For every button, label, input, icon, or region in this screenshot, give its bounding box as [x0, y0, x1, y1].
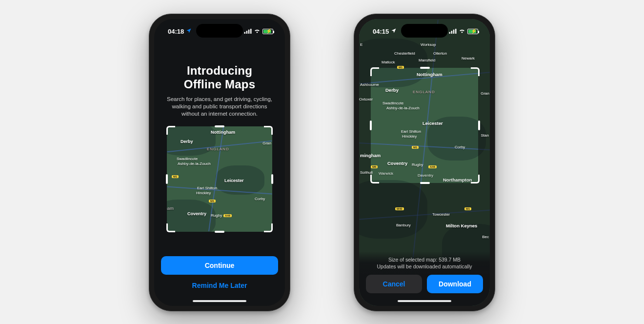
home-indicator[interactable] — [398, 300, 451, 302]
dynamic-island — [401, 24, 448, 38]
status-time: 04:15 — [373, 28, 389, 35]
svg-rect-7 — [455, 29, 457, 34]
map-place-ollerton: Ollerton — [433, 51, 447, 56]
home-indicator[interactable] — [193, 300, 246, 302]
map-place-rugby: Rugby — [211, 213, 222, 218]
svg-rect-0 — [244, 32, 246, 33]
map-place-mansfield: Mansfield — [419, 58, 435, 62]
map-place-warwick: Warwick — [379, 171, 393, 176]
footer-panel: Size of selected map: 539.7 MB Updates w… — [359, 251, 490, 306]
map-place-derby: Derby — [181, 139, 193, 144]
road-shield-p2d: A46 — [428, 165, 437, 168]
map-place-coventry2: Coventry — [387, 161, 407, 166]
map-preview: Derby Nottingham ENGLAND Swadlincote Ash… — [167, 126, 272, 232]
map-place-gran2: Gran — [481, 91, 489, 96]
updates-text: Updates will be downloaded automatically — [366, 263, 483, 270]
road-shield-m1a: M1 — [172, 175, 179, 178]
status-time: 04:18 — [168, 28, 184, 35]
road-shield-m1c: M1 — [464, 207, 471, 210]
map-place-earlshilton2: Earl Shilton — [401, 129, 421, 134]
map-place-bec: Bec — [482, 235, 489, 239]
map-place-northampton: Northampton — [443, 177, 472, 182]
intro-description: Search for places, and get driving, cycl… — [163, 96, 276, 118]
wifi-icon — [254, 28, 261, 35]
corner-handle-tr[interactable] — [471, 67, 480, 76]
map-place-mingham: mingham — [360, 153, 381, 158]
road-shield-p2b: M1 — [412, 146, 419, 149]
map-place-hinckley2: Hinckley — [402, 134, 417, 139]
cellular-icon — [449, 28, 457, 35]
corner-handle-tl[interactable] — [370, 67, 379, 76]
status-left: 04:18 — [168, 28, 192, 35]
location-icon — [186, 28, 192, 35]
map-place-nottingham: Nottingham — [211, 130, 235, 135]
intro-title-line2: Offline Maps — [184, 78, 255, 91]
svg-rect-5 — [451, 31, 453, 34]
map-place-earlshilton: Earl Shilton — [197, 186, 217, 190]
map-place-leicester2: Leicester — [423, 121, 443, 126]
map-region: ENGLAND — [207, 147, 229, 151]
battery-icon: ⚡ — [262, 29, 273, 34]
svg-rect-1 — [246, 31, 248, 34]
map-place-corby: Corby — [255, 197, 265, 201]
screen-right: 04:15 ⚡ — [359, 19, 490, 306]
map-region2: ENGLAND — [413, 90, 435, 94]
map-place-gham: gham — [167, 206, 174, 211]
download-button[interactable]: Download — [427, 275, 483, 293]
map-place-miltonkeynes: Milton Keynes — [446, 223, 477, 228]
road-shield-m40: M40 — [395, 207, 404, 210]
size-text: Size of selected map: 539.7 MB — [366, 256, 483, 263]
map-place-gran: Gran — [262, 141, 271, 145]
location-icon — [391, 28, 397, 35]
status-left: 04:15 — [373, 28, 397, 35]
screen-left: 04:18 ⚡ Introducing Offline Maps Sear — [154, 19, 285, 306]
map-place-matlock: Matlock — [382, 60, 395, 64]
road-shield-a46: A46 — [223, 214, 232, 217]
map-place-banbury: Banbury — [396, 223, 411, 227]
map-place-nottingham2: Nottingham — [417, 72, 443, 77]
map-place-leicester: Leicester — [224, 178, 244, 183]
phone-right: 04:15 ⚡ — [354, 14, 495, 311]
map-place-chesterfield: Chesterfield — [394, 51, 415, 56]
map-place-coventry: Coventry — [187, 211, 206, 216]
map-place-daventry: Daventry — [418, 173, 433, 178]
map-place-hinckley: Hinckley — [196, 191, 211, 195]
road-shield-p2a: M1 — [397, 66, 404, 69]
svg-rect-4 — [449, 32, 451, 33]
map-place-towcester: Towcester — [432, 212, 450, 217]
intro-title: Introducing Offline Maps — [184, 64, 255, 91]
corner-handle-bl[interactable] — [370, 175, 379, 183]
map-place-rugby2: Rugby — [412, 162, 423, 167]
cellular-icon — [244, 28, 252, 35]
wifi-icon — [459, 28, 465, 35]
road-shield-p2c: M6 — [371, 165, 378, 168]
map-place-ashby: Ashby-de-la-Zouch — [178, 162, 211, 166]
svg-rect-6 — [453, 29, 455, 33]
map-place-ashby2: Ashby-de-la-Zouch — [386, 106, 420, 110]
map-canvas: Derby Nottingham ENGLAND Swadlincote Ash… — [167, 126, 272, 232]
svg-rect-2 — [248, 29, 250, 33]
map-place-newark: Newark — [462, 56, 475, 61]
map-place-stan: Stan — [481, 133, 489, 138]
map-place-corby2: Corby — [455, 145, 465, 149]
map-place-swadlincote2: Swadlincote — [382, 101, 403, 105]
road-shield-m1b: M1 — [209, 200, 216, 202]
remind-later-button[interactable]: Remind Me Later — [161, 278, 278, 293]
continue-button[interactable]: Continue — [161, 256, 278, 275]
intro-title-line1: Introducing — [187, 64, 252, 77]
status-right: ⚡ — [244, 28, 273, 35]
cancel-button[interactable]: Cancel — [366, 275, 422, 293]
cta-area: Continue Remind Me Later — [161, 256, 278, 293]
status-right: ⚡ — [449, 28, 478, 35]
dynamic-island — [196, 24, 243, 38]
battery-icon: ⚡ — [467, 29, 478, 34]
intro-panel: Introducing Offline Maps Search for plac… — [154, 47, 285, 306]
phone-left: 04:18 ⚡ Introducing Offline Maps Sear — [149, 14, 290, 311]
map-place-derby2: Derby — [385, 87, 399, 93]
svg-rect-3 — [250, 29, 252, 34]
map-place-swadlincote: Swadlincote — [177, 157, 198, 161]
button-row: Cancel Download — [366, 275, 483, 293]
